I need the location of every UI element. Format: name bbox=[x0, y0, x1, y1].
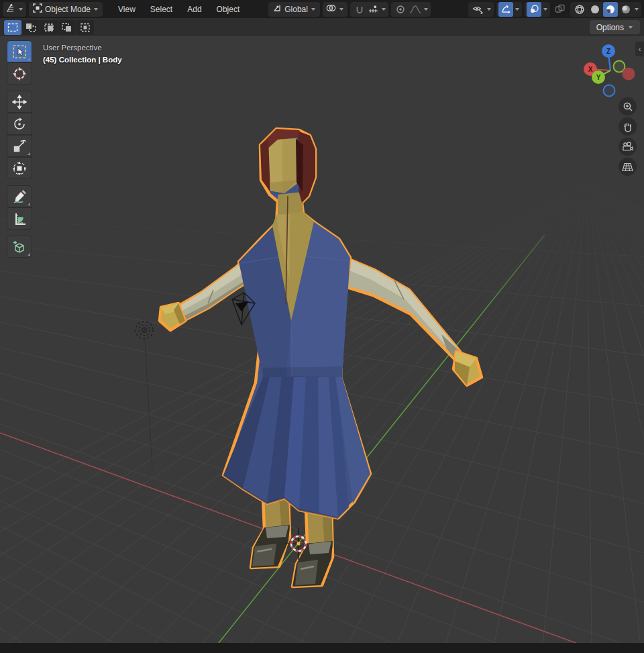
chevron-down-icon[interactable] bbox=[543, 7, 548, 12]
object-mode-icon bbox=[33, 3, 42, 15]
toggle-ortho-icon bbox=[622, 162, 633, 172]
window-bottom-edge bbox=[0, 643, 644, 653]
tool-move[interactable] bbox=[7, 91, 32, 113]
chevron-down-icon bbox=[381, 7, 386, 12]
gizmos-icon bbox=[501, 4, 511, 14]
active-object-label: (45) Collection | Body bbox=[43, 54, 122, 66]
tool-rotate[interactable] bbox=[7, 113, 32, 135]
tool-cursor[interactable] bbox=[7, 62, 32, 85]
tool-select-box[interactable] bbox=[7, 40, 32, 62]
shading-mode-group bbox=[570, 2, 641, 17]
shading-rendered-button[interactable] bbox=[619, 2, 633, 17]
toggle-xray[interactable] bbox=[553, 2, 568, 17]
menu-object[interactable]: Object bbox=[211, 2, 246, 17]
options-button[interactable]: Options bbox=[590, 20, 640, 34]
mode-selector[interactable]: Object Mode bbox=[29, 2, 103, 17]
tool-scale[interactable] bbox=[7, 135, 32, 157]
zoom-button[interactable] bbox=[619, 97, 637, 115]
shading-wireframe-button[interactable] bbox=[572, 2, 587, 17]
chevron-down-icon bbox=[628, 25, 633, 30]
chevron-down-icon[interactable] bbox=[515, 7, 520, 12]
pencil-icon bbox=[15, 192, 25, 202]
chevron-down-icon[interactable] bbox=[634, 7, 639, 12]
snapping-group bbox=[350, 2, 388, 17]
pivot-point-icon bbox=[326, 3, 336, 15]
gizmo-y-neg-axis[interactable] bbox=[614, 61, 625, 72]
protractor-icon bbox=[18, 217, 24, 223]
orientation-label: Global bbox=[284, 5, 308, 14]
xray-icon bbox=[555, 4, 566, 14]
show-gizmos-toggle[interactable] bbox=[498, 2, 513, 17]
options-label: Options bbox=[596, 23, 624, 32]
chevron-down-icon bbox=[18, 7, 23, 12]
show-overlays-toggle[interactable] bbox=[527, 2, 541, 17]
snap-settings-button[interactable] bbox=[368, 2, 386, 17]
3d-viewport-editor-icon bbox=[5, 3, 15, 15]
snap-magnet-icon[interactable] bbox=[352, 2, 367, 17]
shading-solid-button[interactable] bbox=[588, 2, 602, 17]
navigation-gizmo[interactable]: Z X Y bbox=[578, 39, 639, 103]
select-mode-set[interactable] bbox=[4, 20, 21, 35]
chevron-down-icon bbox=[311, 7, 316, 12]
visibility-eye-icon[interactable] bbox=[470, 2, 485, 17]
scene-render bbox=[0, 36, 644, 643]
transform-orientation-selector[interactable]: Global bbox=[268, 2, 320, 17]
tool-annotate[interactable] bbox=[7, 185, 32, 207]
chevron-down-icon bbox=[93, 7, 99, 12]
cursor-arrow-icon bbox=[18, 48, 23, 56]
camera-view-icon bbox=[622, 142, 633, 152]
view-perspective-label: User Perspective bbox=[43, 42, 122, 54]
shading-material-button[interactable] bbox=[603, 2, 618, 17]
zoom-icon bbox=[623, 101, 633, 112]
overlays-group bbox=[525, 2, 550, 17]
viewport-overlay-text: User Perspective (45) Collection | Body bbox=[43, 42, 122, 66]
toolbar bbox=[7, 40, 32, 258]
gizmo-x-neg-axis[interactable] bbox=[623, 68, 635, 81]
select-mode-extend[interactable] bbox=[22, 20, 40, 35]
left-hand bbox=[160, 303, 185, 330]
blender-window: Object Mode View Select Add Object Globa… bbox=[0, 0, 644, 653]
tool-settings-bar: Options bbox=[0, 18, 644, 36]
snap-increment-icon bbox=[368, 5, 379, 14]
3d-viewport[interactable]: User Perspective (45) Collection | Body … bbox=[0, 36, 644, 643]
mode-selector-label: Object Mode bbox=[45, 5, 91, 14]
gizmo-z-neg-axis[interactable] bbox=[604, 85, 615, 97]
character-body-object[interactable] bbox=[160, 129, 482, 587]
annotate-stroke bbox=[14, 201, 23, 203]
svg-text:X: X bbox=[588, 66, 593, 73]
menu-select[interactable]: Select bbox=[144, 2, 178, 17]
proportional-editing-group bbox=[391, 2, 431, 17]
proportional-editing-icon[interactable] bbox=[393, 2, 408, 17]
gizmos-group bbox=[496, 2, 522, 17]
pan-hand-icon bbox=[623, 121, 633, 132]
chevron-down-icon bbox=[486, 7, 492, 12]
orientation-icon bbox=[272, 3, 282, 15]
chevron-down-icon bbox=[423, 7, 429, 12]
editor-type-button[interactable] bbox=[3, 2, 26, 17]
tool-transform[interactable] bbox=[7, 157, 32, 179]
viewport-header: Object Mode View Select Add Object Globa… bbox=[0, 0, 644, 18]
select-mode-subtract[interactable] bbox=[40, 20, 58, 35]
tool-add-cube[interactable] bbox=[7, 236, 32, 258]
pan-button[interactable] bbox=[619, 117, 637, 136]
camera-view-button[interactable] bbox=[619, 138, 637, 156]
toggle-ortho-button[interactable] bbox=[619, 158, 637, 176]
chevron-down-icon bbox=[339, 7, 344, 12]
falloff-curve-icon[interactable] bbox=[409, 2, 429, 17]
svg-text:Y: Y bbox=[596, 74, 601, 81]
select-mode-intersect[interactable] bbox=[76, 20, 94, 35]
visibility-group bbox=[468, 2, 494, 17]
svg-text:Z: Z bbox=[606, 48, 610, 55]
point-light-object[interactable] bbox=[136, 321, 153, 470]
left-leg bbox=[251, 495, 290, 568]
menu-view[interactable]: View bbox=[112, 2, 142, 17]
menu-add[interactable]: Add bbox=[181, 2, 207, 17]
pivot-point-selector[interactable] bbox=[323, 2, 347, 17]
tool-measure[interactable] bbox=[7, 207, 32, 230]
select-mode-invert[interactable] bbox=[58, 20, 76, 35]
right-hand bbox=[453, 352, 482, 385]
overlays-icon bbox=[529, 4, 539, 14]
